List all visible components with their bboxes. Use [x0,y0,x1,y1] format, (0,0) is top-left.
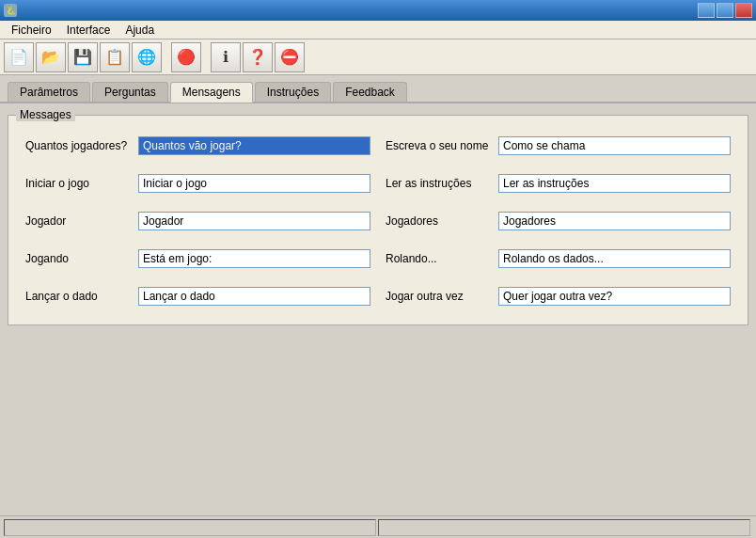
close-button[interactable] [735,3,752,18]
app-icon: 🐍 [4,4,17,17]
open-button[interactable]: 📂 [36,42,66,72]
form-row-left-2: Jogador [18,202,378,240]
form-row-right-1: Ler as instruções [378,165,738,202]
tab-feedback[interactable]: Feedback [333,82,407,102]
tab-instrucoes[interactable]: Instruções [255,82,331,102]
globe-button[interactable]: 🌐 [132,42,162,72]
statusbar [0,515,756,538]
form-row-left-3: Jogando [18,240,378,277]
main-content: Messages Quantos jogadores?Escreva o seu… [0,103,756,515]
tab-mensagens[interactable]: Mensagens [170,82,253,103]
messages-groupbox: Messages Quantos jogadores?Escreva o seu… [8,115,748,325]
form-row-right-4: Jogar outra vez [378,277,738,315]
stop-button[interactable]: 🔴 [171,42,201,72]
form-row-right-0: Escreva o seu nome [378,127,738,165]
input-left-3[interactable] [138,249,370,268]
maximize-button[interactable] [717,3,733,18]
label-right-3: Rolando... [386,252,489,265]
titlebar: 🐍 [0,0,756,21]
form-row-left-1: Iniciar o jogo [18,165,378,202]
input-right-2[interactable] [498,212,731,230]
label-left-1: Iniciar o jogo [25,177,129,190]
form-grid: Quantos jogadores?Escreva o seu nomeInic… [18,127,738,315]
minimize-button[interactable] [698,3,715,18]
input-right-0[interactable] [498,136,731,155]
toolbar: 📄 📂 💾 📋 🌐 🔴 ℹ ❓ ⛔ [0,40,756,75]
new-button[interactable]: 📄 [4,42,34,72]
form-row-left-4: Lançar o dado [18,277,378,315]
input-left-2[interactable] [138,212,370,230]
statusbar-panel2 [378,519,750,536]
label-right-1: Ler as instruções [386,177,489,190]
save-button[interactable]: 💾 [68,42,98,72]
info-button[interactable]: ℹ [211,42,241,72]
form-row-right-3: Rolando... [378,240,738,277]
help-button[interactable]: ❓ [243,42,273,72]
tab-parametros[interactable]: Parâmetros [8,82,90,102]
label-right-4: Jogar outra vez [386,290,489,303]
tab-perguntas[interactable]: Perguntas [92,82,168,102]
label-left-0: Quantos jogadores? [25,139,129,152]
tabs-bar: Parâmetros Perguntas Mensagens Instruçõe… [0,75,756,103]
statusbar-panel [4,519,376,536]
label-left-4: Lançar o dado [25,290,129,303]
input-left-1[interactable] [138,174,370,193]
menu-interface[interactable]: Interface [59,22,118,39]
label-right-0: Escreva o seu nome [386,139,489,152]
input-left-4[interactable] [138,287,370,306]
file4-button[interactable]: 📋 [100,42,130,72]
input-right-3[interactable] [498,249,731,268]
groupbox-title: Messages [16,108,75,121]
form-row-left-0: Quantos jogadores? [18,127,378,165]
input-left-0[interactable] [138,136,370,155]
input-right-4[interactable] [498,287,731,306]
input-right-1[interactable] [498,174,731,193]
window-controls [698,3,752,18]
label-left-2: Jogador [25,214,129,228]
menu-ajuda[interactable]: Ajuda [118,22,162,39]
menubar: Ficheiro Interface Ajuda [0,21,756,40]
label-right-2: Jogadores [386,214,489,228]
menu-ficheiro[interactable]: Ficheiro [4,22,59,39]
power-button[interactable]: ⛔ [275,42,305,72]
form-row-right-2: Jogadores [378,202,738,240]
label-left-3: Jogando [25,252,129,265]
